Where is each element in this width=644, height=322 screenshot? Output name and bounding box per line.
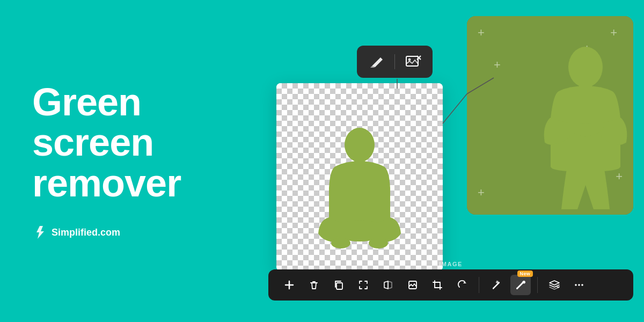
image-toolbar: New [268, 269, 633, 301]
headline-line3: remover [32, 162, 181, 204]
more-button[interactable] [569, 275, 589, 295]
svg-point-0 [568, 47, 603, 87]
svg-point-6 [408, 58, 411, 61]
background-button[interactable] [402, 275, 423, 295]
svg-line-3 [443, 94, 467, 123]
toolbar-separator [479, 277, 479, 293]
flip-button[interactable] [378, 275, 398, 295]
image-toolbar-label: IMAGE [268, 261, 633, 267]
layers-button[interactable] [544, 275, 565, 295]
green-figure-canvas [309, 115, 411, 271]
plus-sign: + [478, 27, 485, 39]
simplified-logo-icon [32, 225, 47, 240]
rotate-button[interactable] [452, 275, 472, 295]
logo-area: Simplified.com [32, 225, 258, 240]
paint-button[interactable]: New [510, 275, 531, 295]
headline-line1: Green [32, 80, 141, 123]
transparent-background [276, 83, 443, 271]
expand-button[interactable] [353, 275, 374, 295]
delete-button[interactable] [304, 275, 324, 295]
svg-point-20 [578, 284, 580, 286]
toolbar-separator [394, 54, 395, 69]
svg-point-12 [331, 238, 350, 248]
toolbar-separator-2 [537, 277, 538, 293]
remove-bg-button[interactable] [404, 52, 423, 71]
new-badge: New [517, 270, 533, 277]
add-button[interactable] [279, 275, 299, 295]
svg-rect-16 [336, 283, 342, 289]
eraser-button[interactable] [367, 52, 386, 71]
right-section: + + + + + + [247, 0, 644, 322]
svg-point-21 [581, 284, 583, 286]
logo-text: Simplified.com [52, 227, 120, 238]
headline-line2: screen [32, 121, 153, 164]
green-background-card: + + + + + + [467, 16, 633, 215]
copy-button[interactable] [328, 275, 349, 295]
headline: Green screen remover [32, 82, 258, 204]
svg-point-18 [516, 288, 518, 289]
image-toolbar-container: IMAGE [268, 261, 633, 301]
green-figure-background [526, 43, 633, 215]
magic-button[interactable] [486, 275, 506, 295]
svg-point-19 [575, 284, 577, 286]
svg-point-13 [369, 238, 388, 248]
plus-sign: + [494, 59, 501, 71]
plus-sign: + [478, 187, 485, 199]
plus-sign: + [610, 27, 617, 39]
left-section: Green screen remover Simplified.com [32, 0, 258, 322]
eraser-toolbar [357, 46, 433, 78]
canvas-card [276, 83, 443, 271]
svg-point-9 [345, 128, 375, 162]
crop-button[interactable] [427, 275, 448, 295]
